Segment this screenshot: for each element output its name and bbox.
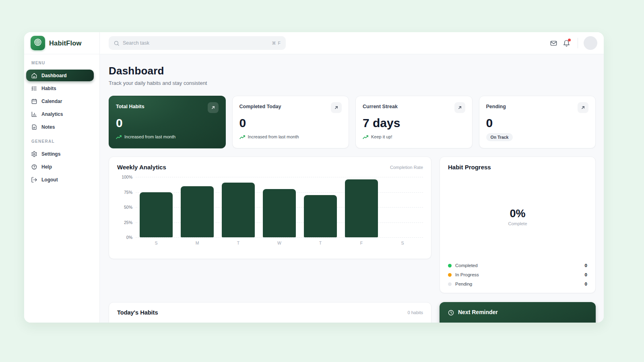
sidebar-item-notes[interactable]: Notes — [26, 121, 94, 133]
legend-label: In Progress — [455, 272, 479, 277]
y-axis-tick: 50% — [117, 205, 132, 210]
sidebar-item-label: Help — [41, 164, 52, 170]
trend-up-icon — [116, 135, 122, 139]
sidebar-section-label: GENERAL — [24, 139, 99, 147]
y-axis-tick: 75% — [117, 190, 132, 195]
user-avatar[interactable] — [584, 36, 597, 50]
stat-note: Keep it up! — [363, 134, 465, 139]
stat-note: Increased from last month — [239, 134, 342, 139]
main-content: Dashboard Track your daily habits and st… — [100, 54, 604, 323]
chart-bars — [136, 177, 423, 237]
y-axis-tick: 25% — [117, 220, 132, 225]
legend-label: Pending — [455, 282, 472, 286]
x-axis-tick: W — [259, 241, 300, 245]
stat-card-pending: Pending0On Track — [479, 96, 596, 148]
stat-note-text: Increased from last month — [248, 134, 299, 139]
arrow-up-right-icon — [211, 105, 216, 110]
sidebar-item-logout[interactable]: Logout — [26, 174, 94, 185]
next-reminder-title: Next Reminder — [458, 309, 498, 315]
stat-title: Total Habits — [116, 102, 144, 109]
bar-chart-icon — [31, 111, 37, 117]
mail-button[interactable] — [547, 37, 560, 49]
stat-value: 0 — [486, 116, 589, 130]
sidebar-item-habits[interactable]: Habits — [26, 82, 94, 94]
weekly-analytics-card: Weekly Analytics Completion Rate 100%75%… — [109, 156, 431, 259]
sidebar-item-label: Analytics — [41, 111, 63, 117]
bar-slot-m-1 — [177, 177, 218, 237]
expand-button[interactable] — [578, 102, 588, 113]
stats-row: Total Habits0Increased from last monthCo… — [109, 96, 596, 148]
sidebar-item-analytics[interactable]: Analytics — [26, 108, 94, 120]
arrow-up-right-icon — [457, 105, 462, 110]
status-badge: On Track — [486, 133, 513, 141]
expand-button[interactable] — [454, 102, 465, 113]
search-icon — [114, 40, 120, 46]
checklist-icon — [31, 85, 37, 92]
legend-row-in-progress: In Progress0 — [448, 272, 587, 277]
legend-label: Completed — [455, 263, 478, 268]
stat-card-completed-today: Completed Today0Increased from last mont… — [232, 96, 349, 148]
sidebar-item-settings[interactable]: Settings — [26, 148, 94, 160]
clock-icon — [448, 309, 454, 316]
sidebar-item-label: Habits — [41, 86, 56, 91]
habit-progress-title: Habit Progress — [448, 164, 491, 171]
x-axis-tick: F — [341, 241, 382, 245]
x-axis-tick: T — [300, 241, 341, 245]
x-axis-tick: S — [382, 241, 423, 245]
page-subtitle: Track your daily habits and stay consist… — [109, 80, 596, 86]
sidebar-item-label: Dashboard — [41, 73, 67, 78]
stat-note-text: Keep it up! — [371, 134, 392, 139]
calendar-icon — [31, 98, 37, 105]
bar-slot-w-3 — [259, 177, 300, 237]
gear-icon — [31, 151, 37, 157]
sidebar-section-label: MENU — [24, 61, 99, 68]
notification-dot — [568, 39, 571, 41]
expand-button[interactable] — [331, 102, 342, 113]
sidebar-item-help[interactable]: Help — [26, 161, 94, 173]
search-input[interactable] — [123, 40, 268, 46]
search-box[interactable]: ⌘ F — [109, 36, 286, 50]
arrow-up-right-icon — [580, 105, 586, 110]
target-icon — [33, 38, 42, 48]
todays-habits-card: Today's Habits 0 habits — [109, 302, 431, 323]
stat-title: Pending — [486, 102, 506, 109]
stat-value: 7 days — [363, 116, 465, 130]
stat-note-text: Increased from last month — [124, 134, 175, 139]
sidebar-item-dashboard[interactable]: Dashboard — [26, 70, 94, 81]
x-axis-tick: T — [218, 241, 259, 245]
legend-value: 0 — [585, 282, 587, 286]
habits-count: 0 habits — [407, 310, 423, 315]
legend-dot — [448, 273, 452, 277]
chart-bar — [181, 186, 214, 238]
app-logo — [31, 36, 45, 50]
mail-icon — [550, 39, 557, 47]
stat-title: Completed Today — [239, 102, 281, 109]
stat-title: Current Streak — [363, 102, 398, 109]
sidebar-item-label: Logout — [41, 177, 58, 183]
stat-value: 0 — [239, 116, 342, 130]
bar-slot-f-5 — [341, 177, 382, 237]
notifications-button[interactable] — [560, 37, 573, 49]
x-axis-tick: M — [177, 241, 218, 245]
stat-card-current-streak: Current Streak7 daysKeep it up! — [355, 96, 473, 148]
help-icon — [31, 164, 37, 170]
expand-button[interactable] — [208, 102, 219, 113]
sidebar-item-calendar[interactable]: Calendar — [26, 95, 94, 107]
bar-slot-t-4 — [300, 177, 341, 237]
sidebar-section-menu: MENUDashboardHabitsCalendarAnalyticsNote… — [24, 61, 99, 133]
logout-icon — [31, 177, 37, 183]
bar-slot-t-2 — [218, 177, 259, 237]
y-axis-tick: 100% — [117, 175, 132, 179]
x-axis-tick: S — [136, 241, 177, 245]
y-axis-tick: 0% — [117, 235, 132, 240]
todays-habits-title: Today's Habits — [117, 309, 158, 316]
sidebar-item-label: Settings — [41, 151, 60, 157]
topbar: ⌘ F — [100, 32, 604, 54]
legend-value: 0 — [585, 272, 587, 277]
x-axis-labels: SMTWTFS — [136, 241, 423, 245]
habit-progress-card: Habit Progress 0% Complete Completed0In … — [440, 156, 596, 293]
progress-legend: Completed0In Progress0Pending0 — [448, 263, 587, 286]
chart-bar — [263, 189, 296, 237]
chart-bar — [140, 192, 173, 238]
sidebar-section-general: GENERALSettingsHelpLogout — [24, 139, 99, 185]
